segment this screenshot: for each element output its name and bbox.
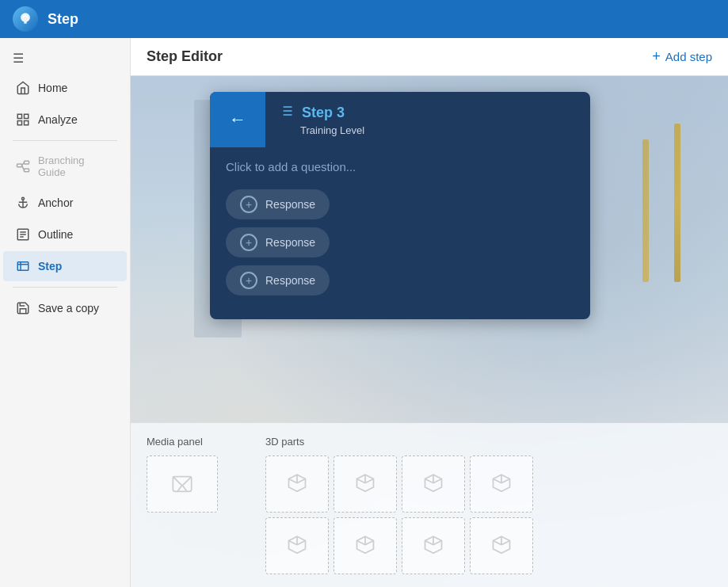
- svg-rect-4: [17, 164, 22, 167]
- svg-line-32: [357, 479, 366, 483]
- parts-row-2: [265, 517, 712, 574]
- svg-rect-0: [17, 114, 21, 118]
- response-label-1: Response: [265, 198, 315, 211]
- step-card-header: ←: [210, 92, 590, 147]
- step-header-content: Step 3 Training Level: [265, 92, 590, 147]
- response-label-2: Response: [265, 236, 315, 249]
- topbar: Step: [0, 0, 728, 38]
- sidebar-item-label: Branching Guide: [38, 154, 114, 178]
- sidebar-item-label: Step: [38, 260, 62, 273]
- svg-rect-16: [17, 262, 29, 271]
- step-card: ←: [210, 92, 590, 319]
- parts-cell-1-3[interactable]: [402, 455, 465, 513]
- hamburger-menu-icon[interactable]: ☰: [0, 44, 130, 72]
- main-header: Step Editor + Add step: [131, 38, 728, 76]
- list-icon: [278, 103, 294, 123]
- branch-icon: [16, 159, 30, 173]
- sidebar-divider-2: [13, 287, 117, 288]
- anchor-icon: [16, 196, 30, 210]
- svg-line-30: [297, 479, 306, 483]
- response-label-3: Response: [265, 274, 315, 287]
- svg-rect-2: [17, 121, 21, 125]
- sidebar-item-outline[interactable]: Outline: [3, 219, 127, 250]
- svg-line-44: [357, 541, 366, 545]
- step-subtitle: Training Level: [300, 124, 577, 136]
- media-panel-grid: [147, 455, 250, 513]
- plus-circle-icon-1: +: [240, 196, 257, 213]
- sidebar-item-analyze[interactable]: Analyze: [3, 105, 127, 135]
- sidebar-item-label: Anchor: [38, 196, 73, 209]
- sidebar-item-label: Home: [38, 82, 67, 94]
- svg-rect-1: [25, 114, 29, 118]
- sidebar-item-home[interactable]: Home: [3, 73, 127, 103]
- parts-cell-2-4[interactable]: [470, 517, 533, 574]
- media-panel-section: Media panel: [147, 436, 250, 574]
- bottom-panels: Media panel 3D p: [131, 423, 728, 587]
- svg-rect-6: [25, 169, 29, 172]
- response-button-2[interactable]: + Response: [226, 227, 330, 257]
- question-placeholder[interactable]: Click to add a question...: [226, 157, 574, 173]
- svg-line-33: [365, 479, 374, 483]
- parts-cell-1-4[interactable]: [470, 455, 533, 513]
- sidebar-item-branching-guide: Branching Guide: [3, 147, 127, 186]
- analyze-icon: [16, 112, 30, 127]
- outline-icon: [16, 227, 30, 242]
- svg-line-26: [173, 477, 181, 486]
- step-card-body: Click to add a question... + Response + …: [210, 147, 590, 319]
- parts-rows: [265, 455, 712, 574]
- plus-circle-icon-3: +: [240, 272, 257, 289]
- sidebar-item-anchor[interactable]: Anchor: [3, 188, 127, 218]
- svg-line-27: [183, 477, 192, 486]
- parts-cell-1-1[interactable]: [265, 455, 329, 513]
- main-content: Step Editor + Add step: [131, 38, 728, 587]
- svg-line-42: [297, 541, 306, 545]
- response-button-3[interactable]: + Response: [226, 265, 330, 295]
- svg-line-47: [425, 541, 434, 545]
- plus-icon: +: [652, 48, 661, 65]
- main-layout: ☰ Home Analyze: [0, 38, 728, 587]
- svg-rect-5: [25, 161, 29, 164]
- home-icon: [16, 81, 30, 95]
- parts-cell-1-2[interactable]: [334, 455, 397, 513]
- step-number: Step 3: [302, 105, 345, 121]
- svg-rect-3: [25, 121, 29, 125]
- sidebar-item-label: Save a copy: [38, 302, 99, 314]
- sidebar-item-label: Outline: [38, 228, 73, 241]
- svg-line-38: [494, 479, 502, 483]
- sidebar-item-label: Analyze: [38, 113, 78, 126]
- svg-line-8: [22, 166, 25, 170]
- page-title: Step Editor: [147, 48, 223, 65]
- parts-cell-2-2[interactable]: [334, 517, 397, 574]
- parts-cell-2-1[interactable]: [265, 517, 329, 574]
- svg-point-9: [22, 197, 25, 200]
- save-icon: [16, 301, 30, 315]
- sidebar-item-save-copy[interactable]: Save a copy: [3, 293, 127, 323]
- step-back-button[interactable]: ←: [210, 92, 265, 147]
- response-button-1[interactable]: + Response: [226, 189, 330, 219]
- svg-line-35: [425, 479, 434, 483]
- svg-line-36: [433, 479, 442, 483]
- sidebar: ☰ Home Analyze: [0, 38, 131, 587]
- svg-line-48: [433, 541, 442, 545]
- sidebar-divider-1: [13, 140, 117, 141]
- svg-line-39: [501, 479, 510, 483]
- add-step-label: Add step: [665, 50, 712, 63]
- parts-cell-2-3[interactable]: [402, 517, 465, 574]
- canvas-area: ←: [131, 76, 728, 587]
- sidebar-item-step[interactable]: Step: [3, 251, 127, 281]
- app-title: Step: [48, 11, 78, 28]
- back-arrow-icon: ←: [229, 109, 246, 130]
- step-icon: [16, 259, 30, 273]
- svg-line-29: [289, 479, 298, 483]
- parts-panel-section: 3D parts: [265, 436, 712, 574]
- media-cell-1[interactable]: [147, 455, 218, 513]
- step-number-row: Step 3: [278, 103, 577, 123]
- media-panel-label: Media panel: [147, 436, 250, 448]
- app-logo: [13, 6, 38, 32]
- svg-line-50: [494, 541, 502, 545]
- parts-row-1: [265, 455, 712, 513]
- svg-line-45: [365, 541, 374, 545]
- parts-panel-label: 3D parts: [265, 436, 712, 448]
- add-step-button[interactable]: + Add step: [652, 48, 712, 65]
- svg-line-41: [289, 541, 298, 545]
